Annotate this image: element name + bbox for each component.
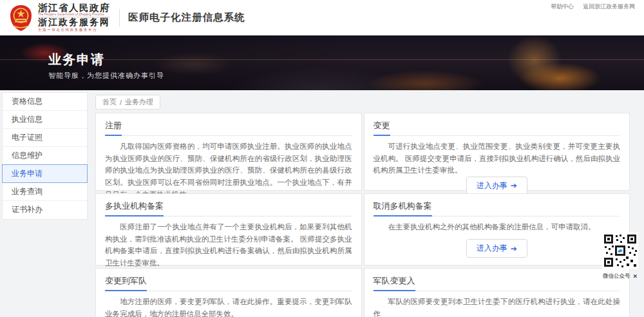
banner-subtitle: 智能导服，为您提供准确办事引导: [48, 71, 164, 81]
service-cards-grid: 注册 凡取得国内医师资格的，均可申请医师执业注册。执业医师的执业地点为执业医师执…: [95, 113, 630, 317]
banner-title: 业务申请: [48, 51, 105, 68]
topbar-links: 帮助中心 返回浙江政务服务网: [551, 3, 635, 11]
content-area: 首页 / 业务办理 注册 凡取得国内医师资格的，均可申请医师执业注册。执业医师的…: [91, 90, 630, 317]
card-description: 地方注册的医师，要变更到军队，请在此操作。重要提示，变更到军队业务完成后，地方的…: [105, 296, 352, 317]
portal-subtitle: 全国一体化在线政务服务平台: [38, 28, 110, 32]
close-icon[interactable]: ✕: [632, 273, 638, 280]
app-header: 浙江省人民政府 The People's Government of Zheji…: [0, 0, 644, 35]
card-description: 军队的医师要变更到本卫生计生委下的医疗机构进行执业，请在此处操作: [374, 296, 621, 317]
help-center-link[interactable]: 帮助中心: [551, 3, 574, 11]
gov-title: 浙江省人民政府: [38, 3, 110, 13]
national-emblem-logo: [9, 5, 33, 32]
sidebar-menu: 资格信息 执业信息 电子证照 信息维护 业务申请 业务查询 证书补办: [2, 92, 88, 220]
main-area: 资格信息 执业信息 电子证照 信息维护 业务申请 业务查询 证书补办 首页 / …: [0, 90, 644, 317]
qr-label-row: 微信公众号 ✕: [601, 273, 639, 280]
card-description: 在主要执业机构之外的其他机构备案的注册信息，可申请取消。: [374, 221, 621, 233]
card-header: 变更: [374, 119, 621, 136]
header-divider: [119, 9, 120, 27]
card-header: 注册: [105, 119, 352, 136]
sidebar-item-e-certificate[interactable]: 电子证照: [3, 129, 87, 147]
breadcrumb: 首页 / 业务办理: [95, 95, 160, 110]
breadcrumb-home-link[interactable]: 首页: [102, 97, 117, 107]
card-header: 多执业机构备案: [105, 200, 352, 216]
card-change-to-military: 变更到军队 地方注册的医师，要变更到军队，请在此操作。重要提示，变更到军队业务完…: [95, 268, 362, 317]
system-title: 医师电子化注册信息系统: [128, 11, 245, 24]
sidebar-item-info-maintenance[interactable]: 信息维护: [3, 147, 87, 165]
gov-title-english: The People's Government of Zhejiang Prov…: [38, 14, 110, 18]
sidebar-item-qualification-info[interactable]: 资格信息: [3, 93, 87, 111]
wechat-qr-widget: 微信公众号 ✕: [601, 233, 639, 280]
return-portal-link[interactable]: 返回浙江政务服务网: [583, 3, 635, 11]
card-title: 军队变更入: [374, 275, 415, 291]
sidebar-item-practice-info[interactable]: 执业信息: [3, 111, 87, 129]
card-multi-institution-filing: 多执业机构备案 医师注册了一个执业地点并有了一个主要执业机构后，如果要到其他机构…: [95, 193, 362, 265]
enter-service-label: 进入办事: [477, 243, 507, 254]
card-button-row: 进入办事➔: [374, 239, 621, 265]
card-header: 变更到军队: [105, 274, 352, 291]
breadcrumb-separator: /: [120, 99, 122, 106]
card-cancel-multi-institution-filing: 取消多机构备案 在主要执业机构之外的其他机构备案的注册信息，可申请取消。 进入办…: [364, 193, 630, 265]
card-title: 变更到军队: [105, 275, 147, 291]
portal-title: 浙江政务服务网: [38, 18, 110, 28]
card-title: 取消多机构备案: [374, 200, 432, 216]
card-description: 凡取得国内医师资格的，均可申请医师执业注册。执业医师的执业地点为执业医师执业的医…: [105, 140, 352, 200]
card-title: 注册: [105, 120, 122, 136]
breadcrumb-row: 首页 / 业务办理: [91, 90, 630, 113]
card-change: 变更 可进行执业地点变更、执业范围变更、执业类别变更，并可变更主要执业机构。 医…: [364, 113, 630, 191]
page-banner: 业务申请 智能导服，为您提供准确办事引导: [0, 35, 644, 90]
card-description: 可进行执业地点变更、执业范围变更、执业类别变更，并可变更主要执业机构。 医师提交…: [374, 140, 621, 177]
card-header: 取消多机构备案: [374, 200, 621, 216]
card-registration: 注册 凡取得国内医师资格的，均可申请医师执业注册。执业医师的执业地点为执业医师执…: [95, 113, 362, 191]
enter-service-label: 进入办事: [477, 180, 507, 191]
card-header: 军队变更入: [374, 274, 621, 291]
enter-service-button[interactable]: 进入办事➔: [466, 239, 527, 258]
sidebar-item-business-application[interactable]: 业务申请: [2, 164, 88, 183]
sidebar-item-business-query[interactable]: 业务查询: [3, 183, 87, 201]
breadcrumb-current: 业务办理: [125, 97, 153, 107]
arrow-right-icon: ➔: [511, 244, 517, 253]
card-title: 变更: [374, 120, 390, 136]
wechat-qr-code: [602, 233, 638, 269]
sidebar-item-certificate-reissue[interactable]: 证书补办: [3, 201, 87, 219]
portal-logo-text: 浙江省人民政府 The People's Government of Zheji…: [38, 3, 110, 32]
card-description: 医师注册了一个执业地点并有了一个主要执业机构后，如果要到其他机构执业，需到批准该…: [105, 221, 352, 269]
card-military-change-in: 军队变更入 军队的医师要变更到本卫生计生委下的医疗机构进行执业，请在此处操作: [364, 268, 630, 317]
qr-label: 微信公众号: [603, 273, 630, 280]
arrow-right-icon: ➔: [511, 181, 517, 190]
card-title: 多执业机构备案: [105, 200, 164, 216]
page: 浙江省人民政府 The People's Government of Zheji…: [0, 0, 644, 317]
enter-service-button[interactable]: 进入办事➔: [466, 177, 527, 195]
